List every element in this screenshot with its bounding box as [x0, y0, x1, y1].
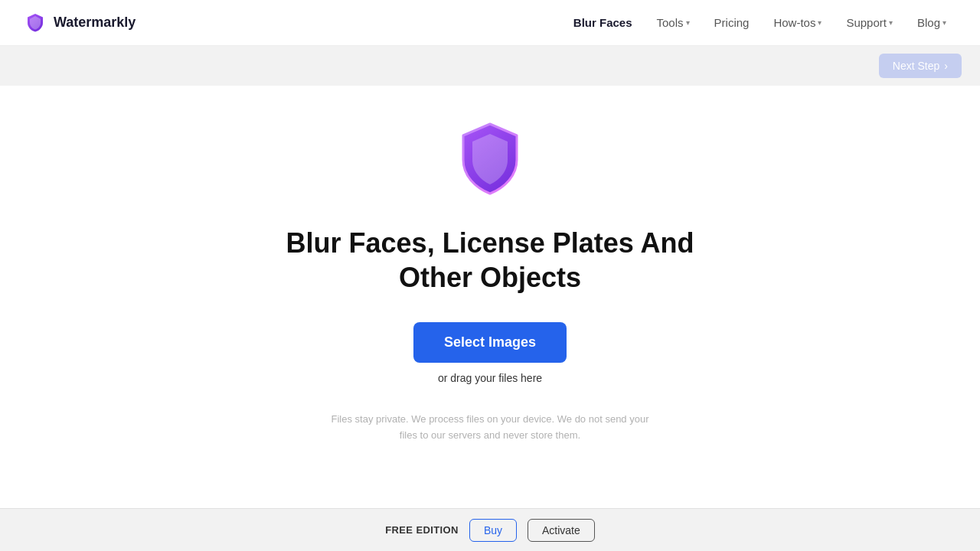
logo-text: Watermarkly: [54, 15, 136, 31]
nav-item-how-tos[interactable]: How-tos ▾: [764, 11, 831, 34]
nav-item-tools[interactable]: Tools ▾: [648, 11, 699, 34]
nav-item-support[interactable]: Support ▾: [837, 11, 902, 34]
select-images-button[interactable]: Select Images: [413, 322, 567, 363]
buy-button[interactable]: Buy: [469, 519, 517, 542]
page-title: Blur Faces, License Plates And Other Obj…: [286, 226, 694, 295]
nav-item-pricing[interactable]: Pricing: [705, 11, 759, 34]
edition-label: FREE EDITION: [385, 524, 459, 536]
navbar: Watermarkly Blur Faces Tools ▾ Pricing H…: [0, 0, 980, 46]
footer-bar: FREE EDITION Buy Activate: [0, 508, 980, 551]
logo-icon: [24, 12, 46, 34]
chevron-down-icon: ▾: [686, 18, 690, 27]
chevron-down-icon: ▾: [818, 18, 822, 27]
activate-button[interactable]: Activate: [528, 519, 595, 542]
nav-links: Blur Faces Tools ▾ Pricing How-tos ▾ Sup…: [564, 11, 956, 34]
next-step-button[interactable]: Next Step ›: [879, 54, 962, 78]
app-shield-icon: [452, 120, 528, 207]
nav-item-blog[interactable]: Blog ▾: [908, 11, 956, 34]
chevron-down-icon: ▾: [942, 18, 946, 27]
nav-item-blur-faces[interactable]: Blur Faces: [564, 11, 642, 34]
privacy-notice: Files stay private. We process files on …: [329, 412, 651, 444]
chevron-right-icon: ›: [944, 60, 948, 72]
logo[interactable]: Watermarkly: [24, 12, 136, 34]
main-content: Blur Faces, License Plates And Other Obj…: [0, 86, 980, 508]
sub-toolbar: Next Step ›: [0, 46, 980, 86]
drag-drop-text: or drag your files here: [438, 372, 542, 384]
chevron-down-icon: ▾: [889, 18, 893, 27]
